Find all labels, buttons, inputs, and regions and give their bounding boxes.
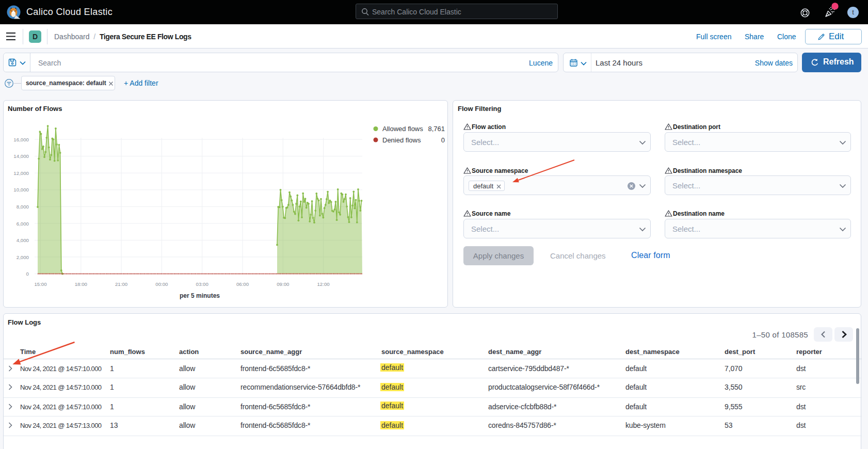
svg-text:0: 0 xyxy=(441,136,445,144)
svg-text:18:00: 18:00 xyxy=(75,281,88,287)
svg-text:per 5 minutes: per 5 minutes xyxy=(180,292,220,299)
svg-text:14,000: 14,000 xyxy=(13,153,29,159)
svg-text:12,000: 12,000 xyxy=(13,170,29,176)
svg-text:15:00: 15:00 xyxy=(34,281,47,287)
svg-text:2,000: 2,000 xyxy=(17,254,29,260)
svg-text:00:00: 00:00 xyxy=(155,281,168,287)
svg-text:8,761: 8,761 xyxy=(428,125,445,133)
svg-text:10,000: 10,000 xyxy=(13,187,29,193)
svg-text:0: 0 xyxy=(26,271,29,277)
svg-text:21:00: 21:00 xyxy=(115,281,128,287)
svg-text:06:00: 06:00 xyxy=(236,281,249,287)
svg-text:09:00: 09:00 xyxy=(277,281,290,287)
svg-text:6,000: 6,000 xyxy=(17,221,29,227)
svg-text:Allowed flows: Allowed flows xyxy=(382,125,423,133)
svg-text:Denied flows: Denied flows xyxy=(382,136,421,144)
svg-text:03:00: 03:00 xyxy=(196,281,209,287)
svg-text:4,000: 4,000 xyxy=(17,237,29,243)
svg-text:8,000: 8,000 xyxy=(17,204,29,210)
svg-text:12:00: 12:00 xyxy=(317,281,330,287)
svg-text:16,000: 16,000 xyxy=(13,137,29,142)
